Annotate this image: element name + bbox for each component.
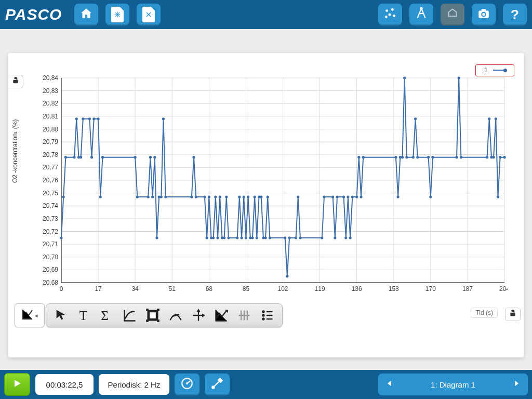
svg-marker-190	[202, 314, 205, 317]
share-button[interactable]	[441, 4, 464, 25]
camera-icon	[477, 7, 490, 22]
svg-point-204	[186, 382, 188, 384]
svg-point-96	[151, 195, 154, 198]
svg-point-198	[262, 317, 264, 320]
svg-point-121	[243, 195, 245, 198]
svg-point-133	[269, 236, 271, 239]
stage: O2 -koncentration₁ (%) 1 20,6820,6920,70…	[0, 29, 532, 367]
sampling-mode-field[interactable]: Periodisk: 2 Hz	[99, 374, 169, 395]
svg-point-93	[136, 195, 139, 198]
svg-text:20,82: 20,82	[43, 100, 58, 107]
svg-point-84	[79, 156, 82, 158]
text-tool[interactable]: T	[74, 306, 94, 325]
svg-rect-184	[146, 320, 149, 322]
next-page-button[interactable]	[505, 374, 528, 395]
properties-tool[interactable]	[257, 306, 277, 325]
svg-point-157	[401, 156, 404, 158]
sensor-button[interactable]	[175, 374, 200, 395]
svg-point-166	[455, 156, 458, 158]
help-button[interactable]: ?	[503, 4, 527, 25]
svg-point-89	[97, 117, 99, 120]
auto-scale-tool[interactable]	[211, 306, 231, 325]
share-icon	[446, 7, 459, 22]
svg-text:0: 0	[60, 285, 63, 292]
svg-point-10	[385, 16, 388, 18]
chevron-right-icon	[512, 379, 521, 390]
svg-point-197	[262, 314, 264, 316]
elapsed-time-field[interactable]: 00:03:22,5	[35, 374, 94, 395]
axis-options-tool[interactable]	[234, 306, 254, 325]
sensor-icon	[180, 377, 194, 392]
svg-point-103	[190, 195, 193, 198]
svg-marker-206	[388, 381, 391, 387]
settings-button[interactable]	[205, 374, 230, 395]
chevron-left-icon	[385, 379, 394, 390]
svg-text:20,75: 20,75	[43, 190, 58, 197]
curve-fit-tool[interactable]	[120, 306, 140, 325]
svg-point-160	[412, 156, 415, 158]
svg-text:153: 153	[389, 285, 399, 292]
page-label[interactable]: 1: Diagram 1	[401, 380, 505, 389]
svg-text:187: 187	[462, 285, 473, 292]
svg-point-120	[240, 236, 243, 239]
svg-point-104	[192, 156, 195, 158]
svg-point-153	[362, 156, 365, 158]
svg-point-86	[88, 117, 91, 120]
svg-point-167	[458, 76, 460, 79]
svg-point-162	[416, 156, 419, 158]
svg-point-143	[334, 236, 336, 239]
statistics-tool[interactable]: Σ	[97, 306, 117, 325]
svg-point-95	[149, 156, 152, 158]
highlight-tool[interactable]	[143, 306, 163, 325]
prev-page-button[interactable]	[378, 374, 401, 395]
home-button[interactable]	[74, 4, 98, 25]
chart-plot-area[interactable]: 20,6820,6920,7020,7120,7220,7320,7420,75…	[37, 73, 508, 296]
svg-point-136	[288, 236, 290, 239]
tools-icon	[210, 377, 224, 392]
svg-text:20,84: 20,84	[43, 74, 58, 82]
svg-text:170: 170	[425, 285, 436, 292]
svg-text:20,81: 20,81	[43, 113, 58, 120]
toolbar-tray: T Σ	[46, 303, 283, 327]
compass-icon	[415, 7, 428, 22]
svg-text:20,69: 20,69	[43, 266, 58, 273]
svg-text:20,77: 20,77	[43, 164, 58, 171]
record-button[interactable]	[4, 373, 30, 396]
svg-point-110	[212, 236, 215, 239]
svg-point-168	[460, 156, 462, 158]
svg-text:68: 68	[206, 285, 213, 292]
svg-point-151	[357, 156, 360, 158]
line-chart-icon	[21, 308, 34, 323]
legend-marker-icon	[493, 70, 506, 71]
svg-text:20,73: 20,73	[43, 215, 58, 222]
svg-text:119: 119	[315, 285, 325, 292]
svg-point-98	[155, 236, 158, 239]
svg-point-170	[488, 117, 490, 120]
y-axis-lock-button[interactable]	[8, 75, 23, 88]
svg-point-164	[429, 195, 432, 198]
svg-point-123	[247, 195, 249, 198]
svg-point-9	[393, 15, 395, 17]
svg-text:20,71: 20,71	[43, 241, 58, 248]
svg-point-102	[164, 195, 167, 198]
pointer-tool[interactable]	[51, 306, 71, 325]
slope-tool[interactable]	[166, 306, 185, 325]
scatter-view-button[interactable]	[378, 4, 402, 25]
toolbar-menu-button[interactable]: ◂	[15, 303, 45, 327]
svg-point-8	[389, 14, 391, 16]
svg-point-90	[99, 195, 102, 198]
svg-point-145	[342, 195, 345, 198]
close-page-button[interactable]	[137, 4, 161, 25]
coordinates-tool[interactable]	[189, 306, 208, 325]
camera-button[interactable]	[472, 4, 496, 25]
new-page-button[interactable]	[105, 4, 129, 25]
compass-button[interactable]	[409, 4, 433, 25]
svg-marker-189	[197, 309, 201, 312]
svg-point-161	[414, 117, 417, 120]
svg-point-155	[397, 195, 400, 198]
svg-point-163	[427, 156, 430, 158]
svg-point-154	[394, 156, 397, 158]
svg-point-135	[286, 275, 288, 277]
x-axis-lock-button[interactable]	[505, 308, 521, 321]
svg-point-85	[82, 117, 84, 120]
